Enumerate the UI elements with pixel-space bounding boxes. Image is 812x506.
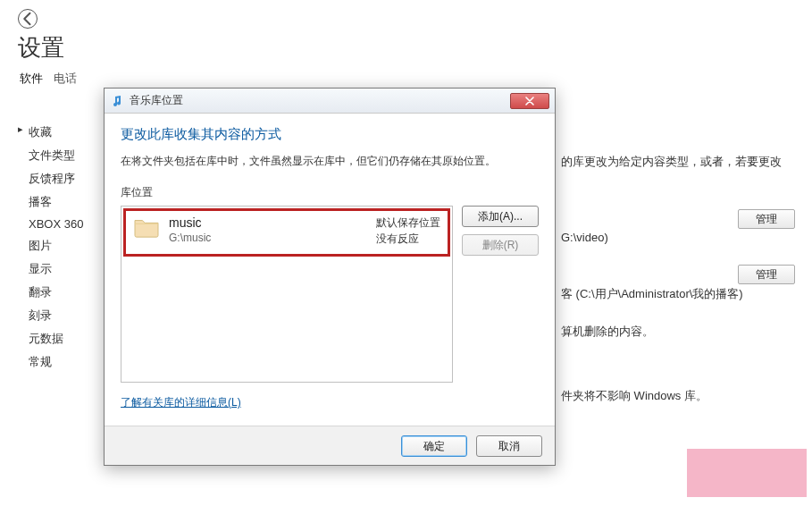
bg-text-library-change: 的库更改为给定内容类型，或者，若要更改: [561, 154, 782, 170]
page-title: 设置: [18, 32, 796, 63]
sidebar-item-favorites[interactable]: 收藏: [18, 123, 107, 141]
back-arrow-icon[interactable]: [18, 9, 38, 29]
library-item-default-status: 默认保存位置: [376, 215, 440, 231]
pink-overlay-box: [687, 449, 807, 497]
sidebar-item-display[interactable]: 显示: [18, 260, 107, 278]
library-item-response-status: 没有反应: [376, 232, 440, 247]
sidebar-item-burn[interactable]: 刻录: [18, 307, 107, 325]
sidebar-item-feedback[interactable]: 反馈程序: [18, 170, 107, 188]
bg-text-video-path: G:\video): [561, 231, 608, 244]
library-item-music[interactable]: music 默认保存位置 G:\music 没有反应: [123, 208, 450, 257]
folder-icon: [133, 215, 163, 241]
sidebar-item-xbox360[interactable]: XBOX 360: [18, 216, 107, 232]
sidebar-item-general[interactable]: 常规: [18, 353, 107, 371]
manage-button-1[interactable]: 管理: [738, 209, 795, 229]
dialog-description: 在将文件夹包括在库中时，文件虽然显示在库中，但它们仍存储在其原始位置。: [121, 154, 539, 169]
sidebar-item-file-types[interactable]: 文件类型: [18, 147, 107, 164]
tab-phone[interactable]: 电话: [54, 71, 77, 87]
tab-bar: 软件 电话: [20, 71, 812, 87]
music-note-icon: [110, 94, 124, 108]
dialog-title: 音乐库位置: [130, 93, 510, 108]
dialog-titlebar: 音乐库位置: [105, 89, 555, 114]
close-button[interactable]: [510, 93, 549, 109]
bg-text-delete-note: 算机删除的内容。: [561, 324, 654, 340]
music-library-location-dialog: 音乐库位置 更改此库收集其内容的方式 在将文件夹包括在库中时，文件虽然显示在库中…: [104, 88, 556, 466]
add-button[interactable]: 添加(A)...: [462, 206, 539, 227]
library-item-path: G:\music: [169, 232, 371, 247]
sidebar-item-pictures[interactable]: 图片: [18, 237, 107, 255]
manage-button-2[interactable]: 管理: [738, 265, 795, 284]
close-icon: [525, 97, 534, 105]
remove-button: 删除(R): [462, 234, 539, 256]
library-locations-list[interactable]: music 默认保存位置 G:\music 没有反应: [121, 206, 453, 383]
ok-button[interactable]: 确定: [401, 435, 467, 457]
learn-more-link[interactable]: 了解有关库的详细信息(L): [121, 395, 539, 410]
sidebar-item-metadata[interactable]: 元数据: [18, 330, 107, 348]
sidebar: 收藏 文件类型 反馈程序 播客 XBOX 360 图片 显示 翻录 刻录 元数据…: [18, 123, 107, 371]
sidebar-item-podcasts[interactable]: 播客: [18, 193, 107, 211]
library-locations-label: 库位置: [121, 185, 539, 200]
bg-text-podcast-path: 客 (C:\用户\Administrator\我的播客): [561, 286, 743, 302]
tab-software[interactable]: 软件: [20, 71, 43, 87]
bg-text-library-note: 件夹将不影响 Windows 库。: [561, 388, 707, 404]
library-item-name: music: [169, 215, 371, 231]
dialog-footer: 确定 取消: [105, 426, 555, 465]
dialog-heading: 更改此库收集其内容的方式: [121, 126, 539, 143]
cancel-button[interactable]: 取消: [476, 435, 542, 457]
sidebar-item-rip[interactable]: 翻录: [18, 283, 107, 301]
